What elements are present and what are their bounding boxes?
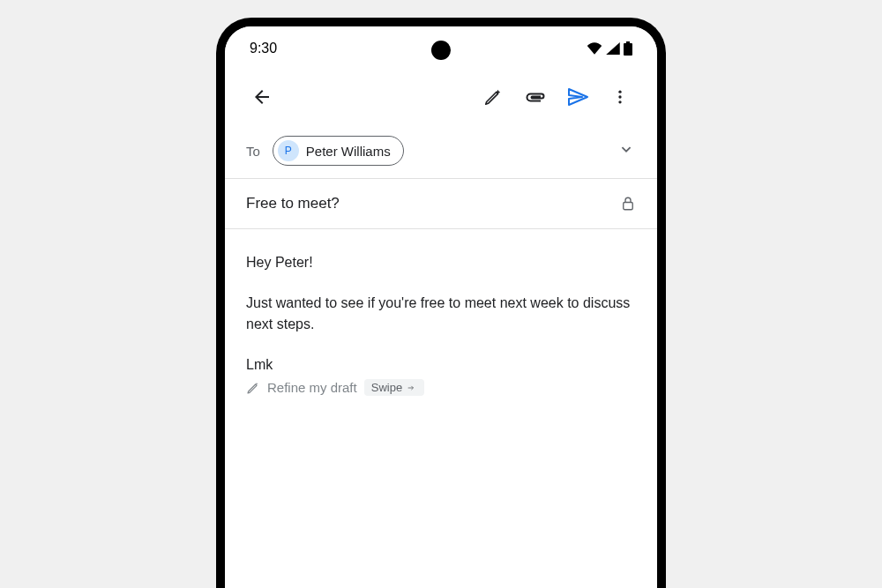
body-signoff: Lmk — [246, 354, 636, 376]
recipient-chip[interactable]: P Peter Williams — [273, 136, 404, 166]
refine-label: Refine my draft — [267, 380, 357, 395]
to-label: To — [246, 144, 260, 159]
camera-hole — [431, 41, 451, 60]
expand-recipients-button[interactable] — [617, 139, 636, 162]
subject-row[interactable]: Free to meet? — [225, 179, 657, 229]
svg-point-3 — [618, 95, 621, 98]
paperclip-icon — [525, 86, 546, 108]
svg-rect-1 — [626, 41, 630, 43]
arrow-back-icon — [251, 86, 273, 108]
svg-rect-5 — [624, 203, 633, 210]
body-area[interactable]: Hey Peter! Just wanted to see if you're … — [225, 229, 657, 419]
attach-button[interactable] — [518, 79, 553, 115]
magic-write-button[interactable] — [475, 79, 511, 115]
arrow-right-icon — [405, 383, 417, 392]
recipient-avatar: P — [278, 140, 299, 161]
swipe-hint-text: Swipe — [371, 381, 402, 394]
magic-pen-icon — [483, 87, 503, 107]
recipient-row[interactable]: To P Peter Williams — [225, 127, 657, 179]
svg-point-4 — [618, 100, 621, 103]
battery-icon — [624, 41, 632, 56]
signal-icon — [606, 42, 620, 55]
compose-toolbar — [225, 65, 657, 127]
svg-rect-0 — [624, 43, 632, 56]
recipient-name: Peter Williams — [306, 144, 391, 159]
phone-frame: 9:30 — [216, 18, 666, 588]
magic-pen-small-icon — [246, 381, 260, 395]
back-button[interactable] — [244, 79, 280, 115]
status-icons — [587, 41, 632, 56]
screen: 9:30 — [225, 26, 657, 588]
status-time: 9:30 — [250, 41, 277, 56]
more-button[interactable] — [602, 79, 638, 115]
wifi-icon — [587, 42, 602, 55]
svg-point-2 — [618, 91, 621, 93]
body-paragraph: Just wanted to see if you're free to mee… — [246, 293, 636, 335]
send-button[interactable] — [560, 79, 595, 115]
refine-row[interactable]: Refine my draft Swipe — [246, 379, 636, 396]
chevron-down-icon — [617, 139, 636, 159]
send-icon — [567, 86, 588, 108]
subject-input[interactable]: Free to meet? — [246, 195, 611, 212]
swipe-hint: Swipe — [364, 379, 424, 396]
more-vert-icon — [611, 88, 629, 106]
lock-icon — [620, 195, 636, 212]
body-greeting: Hey Peter! — [246, 252, 636, 273]
